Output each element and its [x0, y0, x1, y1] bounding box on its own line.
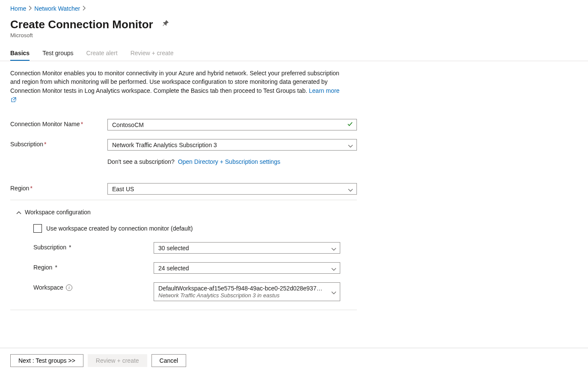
page-title: Create Connection Monitor: [10, 18, 153, 31]
learn-more-label: Learn more: [309, 87, 340, 94]
use-default-workspace-label: Use workspace created by connection moni…: [46, 225, 193, 232]
tab-create-alert: Create alert: [86, 46, 118, 61]
checkbox-icon: [33, 224, 42, 233]
workspace-config-toggle[interactable]: Workspace configuration: [10, 206, 357, 218]
info-icon[interactable]: i: [66, 284, 72, 291]
tab-test-groups[interactable]: Test groups: [42, 46, 73, 61]
chevron-up-icon: [16, 209, 21, 216]
tabs: Basics Test groups Create alert Review +…: [0, 46, 588, 61]
tab-review-create: Review + create: [131, 46, 174, 61]
description-text: Connection Monitor enables you to monito…: [10, 70, 339, 94]
region-select[interactable]: East US: [107, 183, 357, 195]
chevron-right-icon: [83, 6, 86, 12]
workspace-config-label: Workspace configuration: [25, 209, 91, 216]
cm-name-input[interactable]: [107, 119, 357, 130]
use-default-workspace-checkbox[interactable]: Use workspace created by connection moni…: [33, 224, 357, 233]
divider: [10, 310, 357, 310]
cancel-button[interactable]: Cancel: [151, 354, 187, 367]
label-subscription: Subscription*: [10, 139, 107, 148]
subscription-select[interactable]: Network Traffic Analytics Subscription 3: [107, 139, 357, 151]
ws-workspace-value: DefaultWorkspace-af15e575-f948-49ac-bce0…: [158, 285, 322, 292]
pin-icon: [163, 20, 169, 26]
ws-region-select[interactable]: 24 selected: [154, 262, 340, 274]
breadcrumb-network-watcher[interactable]: Network Watcher: [34, 5, 80, 12]
ws-workspace-select[interactable]: DefaultWorkspace-af15e575-f948-49ac-bce0…: [154, 282, 340, 301]
label-ws-workspace: Workspace i: [33, 282, 154, 291]
external-link-icon: [11, 96, 16, 104]
ws-subscription-select[interactable]: 30 selected: [154, 242, 340, 254]
ws-workspace-subtext: Network Traffic Analytics Subscription 3…: [158, 292, 326, 299]
label-ws-region: Region*: [33, 262, 154, 271]
page-subtitle: Microsoft: [10, 32, 578, 38]
tab-description: Connection Monitor enables you to monito…: [10, 69, 340, 104]
tab-basics[interactable]: Basics: [10, 46, 30, 61]
pin-button[interactable]: [161, 18, 170, 29]
subscription-helper: Don't see a subscription? Open Directory…: [107, 158, 357, 165]
label-region: Region*: [10, 183, 107, 192]
breadcrumb-home[interactable]: Home: [10, 5, 26, 12]
label-ws-subscription: Subscription*: [33, 242, 154, 251]
breadcrumb: Home Network Watcher: [10, 5, 578, 12]
wizard-footer: Next : Test groups >> Review + create Ca…: [0, 348, 588, 373]
chevron-right-icon: [29, 6, 32, 12]
open-directory-link[interactable]: Open Directory + Subscription settings: [178, 158, 280, 165]
divider: [10, 200, 357, 200]
label-cm-name: Connection Monitor Name*: [10, 119, 107, 127]
next-button[interactable]: Next : Test groups >>: [10, 354, 83, 367]
review-create-button: Review + create: [88, 354, 147, 367]
